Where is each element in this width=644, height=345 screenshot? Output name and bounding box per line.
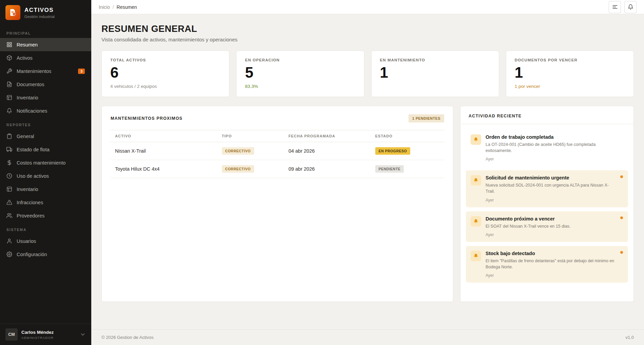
sidebar-item-costos-mantenimiento[interactable]: Costos mantenimiento <box>0 156 91 169</box>
topbar: Inicio / Resumen <box>91 0 644 14</box>
activity-title: Orden de trabajo completada <box>486 134 618 140</box>
activity-panel-title: ACTIVIDAD RECIENTE <box>469 114 522 118</box>
stat-label: TOTAL ACTIVOS <box>110 58 221 62</box>
cell-activo: Nissan X-Trail <box>111 142 217 160</box>
tipo-badge: CORRECTIVO <box>222 165 254 173</box>
activity-desc: Nueva solicitud SOL-2024-001 con urgenci… <box>486 182 618 194</box>
truck-icon <box>6 147 12 152</box>
sidebar-item-label: Inventario <box>17 95 38 100</box>
activity-panel: ACTIVIDAD RECIENTE Orden de trabajo comp… <box>460 106 634 302</box>
menu-icon <box>612 4 618 10</box>
sidebar-item-mantenimientos[interactable]: Mantenimientos 3 <box>0 64 91 78</box>
table-row: Toyota Hilux DC 4x4 CORRECTIVO 09 abr 20… <box>111 160 444 178</box>
sidebar-item-label: Resumen <box>17 42 38 47</box>
stat-value: 1 <box>380 65 490 80</box>
nav-section-principal: PRINCIPAL <box>0 26 91 38</box>
sidebar-item-documentos[interactable]: Documentos <box>0 78 91 91</box>
sidebar-item-inventario-reporte[interactable]: Inventario <box>0 183 91 196</box>
box-icon <box>6 55 12 61</box>
user-name: Carlos Méndez <box>21 330 54 335</box>
grid-icon <box>6 42 12 47</box>
sidebar-item-uso-de-activos[interactable]: Uso de activos <box>0 169 91 183</box>
sidebar-item-proveedores[interactable]: Proveedores <box>0 209 91 222</box>
page-subtitle: Vista consolidada de activos, mantenimie… <box>101 37 634 42</box>
table-row: Nissan X-Trail CORRECTIVO 04 abr 2026 EN… <box>111 142 444 160</box>
sidebar-item-inventario[interactable]: Inventario <box>0 91 91 104</box>
cell-activo: Toyota Hilux DC 4x4 <box>111 160 217 178</box>
stats-row: TOTAL ACTIVOS 6 4 vehiculos / 2 equipos … <box>101 51 634 97</box>
unread-dot <box>620 251 623 254</box>
unread-dot <box>620 216 623 219</box>
page-content: RESUMEN GENERAL Vista consolidada de act… <box>91 14 644 302</box>
activity-time: Ayer <box>486 157 618 161</box>
sidebar-item-infracciones[interactable]: Infracciones <box>0 196 91 209</box>
activity-body: Stock bajo detectado El item "Pastillas … <box>486 251 618 278</box>
sidebar-item-resumen[interactable]: Resumen <box>0 38 91 51</box>
activity-title: Documento próximo a vencer <box>486 216 571 222</box>
wrench-icon <box>6 68 12 74</box>
sidebar-item-label: Inventario <box>17 187 38 192</box>
sidebar-item-label: Uso de activos <box>17 173 49 179</box>
sidebar-item-label: Estado de flota <box>17 147 50 152</box>
sidebar-item-label: Configuración <box>17 252 47 257</box>
sidebar-item-estado-de-flota[interactable]: Estado de flota <box>0 143 91 156</box>
stat-value: 6 <box>110 65 221 80</box>
activity-panel-header: ACTIVIDAD RECIENTE <box>460 106 633 124</box>
maintenance-panel-title: MANTENIMIENTOS PROXIMOS <box>111 116 183 121</box>
stat-sub: 83.3% <box>245 84 355 89</box>
app-name: ACTIVOS <box>24 7 55 14</box>
stat-value: 5 <box>245 65 355 80</box>
stat-label: DOCUMENTOS POR VENCER <box>515 58 625 62</box>
sidebar-item-label: Proveedores <box>17 213 44 218</box>
app-tagline: Gestión industrial <box>24 15 55 19</box>
app-identity: ACTIVOS Gestión industrial <box>24 7 55 19</box>
sidebar-item-label: Activos <box>17 55 33 61</box>
chevron-down-icon <box>80 331 86 338</box>
activity-time: Ayer <box>486 273 618 278</box>
activity-body: Orden de trabajo completada La OT-2024-0… <box>486 134 618 161</box>
clock-icon <box>6 173 12 179</box>
tipo-badge: CORRECTIVO <box>222 147 254 155</box>
activity-body: Documento próximo a vencer El SOAT del N… <box>486 216 571 237</box>
app-logo-row: ACTIVOS Gestión industrial <box>0 0 91 24</box>
maintenance-panel: MANTENIMIENTOS PROXIMOS 1 PENDIENTES ACT… <box>101 106 453 302</box>
bell-icon <box>471 251 481 261</box>
sidebar-item-activos[interactable]: Activos <box>0 51 91 64</box>
breadcrumb-home-link[interactable]: Inicio <box>99 4 110 10</box>
table-icon <box>6 186 12 192</box>
stat-sub: 4 vehiculos / 2 equipos <box>110 84 221 89</box>
table-header-row: ACTIVO TIPO FECHA PROGRAMADA ESTADO <box>111 130 444 142</box>
activity-desc: El SOAT del Nissan X-Trail vence en 15 d… <box>486 223 571 229</box>
topbar-actions <box>609 1 637 13</box>
stat-card-en-operacion: EN OPERACION 5 83.3% <box>236 51 364 97</box>
stat-card-documentos-por-vencer: DOCUMENTOS POR VENCER 1 1 por vencer <box>506 51 634 97</box>
list-item: Orden de trabajo completada La OT-2024-0… <box>466 130 628 166</box>
sidebar-nav: PRINCIPAL Resumen Activos Mantenimientos… <box>0 24 91 324</box>
users-icon <box>6 213 12 218</box>
column-header-activo: ACTIVO <box>111 130 217 142</box>
stat-card-total-activos: TOTAL ACTIVOS 6 4 vehiculos / 2 equipos <box>101 51 229 97</box>
bell-icon <box>471 134 481 145</box>
sidebar-item-usuarios[interactable]: Usuarios <box>0 234 91 248</box>
gear-icon <box>6 251 12 257</box>
sidebar-item-configuracion[interactable]: Configuración <box>0 248 91 261</box>
list-item: Stock bajo detectado El item "Pastillas … <box>466 246 628 283</box>
sidebar-item-general[interactable]: General <box>0 130 91 143</box>
stat-card-en-mantenimiento: EN MANTENIMIENTO 1 <box>371 51 499 97</box>
bell-icon <box>471 175 481 186</box>
cell-fecha: 09 abr 2026 <box>284 160 371 178</box>
dollar-icon <box>6 160 12 166</box>
file-icon <box>6 81 12 87</box>
sidebar-item-notificaciones[interactable]: Notificaciones <box>0 104 91 117</box>
user-icon <box>6 238 12 244</box>
sidebar-item-label: Usuarios <box>17 238 36 244</box>
estado-badge: PENDIENTE <box>375 165 404 173</box>
user-menu[interactable]: CM Carlos Méndez ADMINISTRADOR <box>0 324 91 345</box>
sidebar: ACTIVOS Gestión industrial PRINCIPAL Res… <box>0 0 91 345</box>
notifications-button[interactable] <box>624 1 637 13</box>
maintenance-table: ACTIVO TIPO FECHA PROGRAMADA ESTADO Niss… <box>111 130 444 178</box>
nav-section-sistema: SISTEMA <box>0 222 91 234</box>
stat-label: EN OPERACION <box>245 58 355 62</box>
unread-dot <box>620 175 623 178</box>
sidebar-toggle-button[interactable] <box>609 1 621 13</box>
